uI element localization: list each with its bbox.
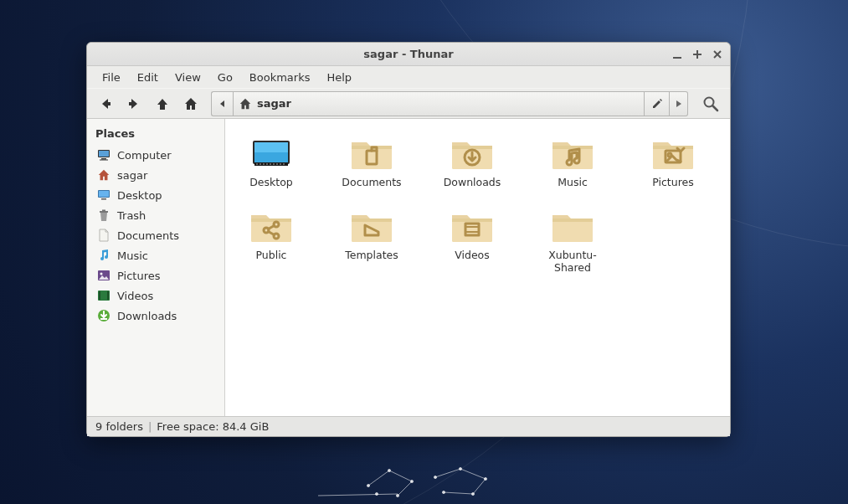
sidebar-item-label: Videos: [117, 290, 153, 302]
svg-rect-40: [107, 291, 109, 300]
folder-icon: [449, 134, 496, 172]
folder-item-pictures[interactable]: Pictures: [635, 134, 711, 188]
menu-view[interactable]: View: [168, 68, 208, 87]
titlebar[interactable]: sagar - Thunar: [87, 43, 730, 66]
location-history-dropdown[interactable]: [670, 91, 688, 116]
svg-point-9: [388, 469, 390, 471]
svg-rect-48: [260, 163, 261, 165]
search-button[interactable]: [698, 91, 723, 116]
folder-label: Music: [558, 176, 588, 188]
folder-icon: [248, 207, 295, 245]
folder-item-videos[interactable]: Videos: [434, 207, 510, 274]
folder-view[interactable]: Desktop Documents Downloads Music Pictur…: [225, 119, 730, 416]
desktop-icon: [97, 188, 110, 202]
window-title: sagar - Thunar: [87, 48, 730, 60]
folder-item-xubuntu-shared[interactable]: Xubuntu-Shared: [535, 207, 610, 274]
folder-item-templates[interactable]: Templates: [334, 207, 409, 274]
svg-rect-32: [99, 191, 109, 197]
folder-icon: [650, 134, 696, 172]
svg-point-13: [434, 476, 436, 478]
back-button[interactable]: [94, 92, 117, 116]
svg-line-5: [460, 469, 486, 479]
folder-label: Xubuntu-Shared: [535, 249, 610, 274]
status-bar: 9 folders | Free space: 84.4 GiB: [87, 416, 730, 436]
sidebar-item-label: Computer: [117, 149, 172, 162]
menu-bookmarks[interactable]: Bookmarks: [243, 68, 317, 87]
sidebar-item-documents[interactable]: Documents: [87, 225, 224, 245]
svg-rect-50: [266, 163, 268, 165]
sidebar-item-label: Desktop: [117, 189, 162, 202]
svg-rect-28: [99, 151, 109, 157]
sidebar-item-label: Trash: [117, 209, 146, 222]
sidebar-item-label: sagar: [117, 169, 147, 182]
menu-edit[interactable]: Edit: [131, 68, 165, 87]
sidebar-item-trash[interactable]: Trash: [87, 205, 224, 225]
folder-item-downloads[interactable]: Downloads: [434, 134, 510, 188]
home-button[interactable]: [179, 92, 203, 116]
film-icon: [97, 289, 110, 302]
svg-point-15: [484, 477, 486, 480]
image-icon: [97, 269, 110, 282]
menubar: File Edit View Go Bookmarks Help: [87, 66, 730, 88]
sidebar-item-label: Downloads: [117, 310, 177, 322]
trash-icon: [97, 208, 110, 222]
svg-point-11: [396, 494, 398, 496]
status-free-space: Free space: 84.4 GiB: [157, 420, 269, 433]
sidebar-item-downloads[interactable]: Downloads: [87, 306, 224, 326]
svg-rect-24: [129, 102, 133, 105]
svg-line-0: [368, 471, 389, 486]
sidebar-item-desktop[interactable]: Desktop: [87, 185, 224, 205]
sidebar-item-music[interactable]: Music: [87, 245, 224, 265]
svg-line-3: [318, 494, 398, 496]
download-badge-icon: [97, 309, 110, 322]
svg-point-16: [471, 492, 474, 495]
menu-file[interactable]: File: [95, 68, 127, 87]
folder-label: Documents: [342, 176, 401, 188]
svg-rect-33: [101, 198, 106, 200]
folder-label: Desktop: [249, 176, 293, 188]
wallpaper-constellation: [318, 460, 536, 502]
forward-button[interactable]: [122, 92, 146, 116]
edit-location-button[interactable]: [645, 91, 670, 116]
maximize-button[interactable]: [690, 47, 705, 62]
svg-rect-18: [673, 57, 681, 59]
svg-point-10: [410, 480, 413, 482]
sidebar-item-computer[interactable]: Computer: [87, 145, 224, 165]
folder-item-desktop[interactable]: Desktop: [234, 134, 309, 188]
folder-icon: [449, 207, 496, 245]
parent-button[interactable]: [151, 92, 174, 116]
svg-line-7: [444, 492, 473, 494]
sidebar-item-pictures[interactable]: Pictures: [87, 265, 224, 285]
folder-label: Public: [256, 249, 287, 261]
home-icon: [239, 97, 252, 111]
svg-rect-52: [273, 163, 275, 165]
svg-line-26: [713, 105, 718, 111]
document-icon: [97, 229, 110, 242]
svg-rect-39: [99, 291, 100, 300]
sidebar-item-label: Documents: [117, 229, 179, 242]
sidebar-item-sagar[interactable]: sagar: [87, 165, 224, 185]
close-button[interactable]: [710, 47, 725, 62]
location-back-segment[interactable]: [211, 91, 233, 116]
svg-rect-45: [254, 142, 288, 152]
folder-item-public[interactable]: Public: [234, 207, 309, 274]
svg-rect-29: [101, 158, 106, 160]
menu-go[interactable]: Go: [211, 68, 239, 87]
sidebar-item-videos[interactable]: Videos: [87, 285, 224, 306]
minimize-button[interactable]: [670, 47, 685, 62]
folder-label: Videos: [455, 249, 490, 261]
svg-rect-30: [100, 160, 108, 161]
location-path[interactable]: sagar: [233, 91, 645, 116]
svg-rect-47: [256, 163, 258, 165]
svg-point-12: [375, 492, 378, 495]
folder-item-documents[interactable]: Documents: [334, 134, 409, 188]
svg-line-6: [473, 479, 486, 494]
folder-label: Downloads: [444, 176, 501, 188]
folder-icon: [348, 134, 395, 172]
menu-help[interactable]: Help: [320, 68, 358, 87]
folder-item-music[interactable]: Music: [535, 134, 610, 188]
svg-rect-51: [270, 163, 271, 165]
home-icon: [97, 168, 110, 182]
folder-icon: [549, 207, 596, 245]
svg-point-8: [367, 484, 369, 486]
